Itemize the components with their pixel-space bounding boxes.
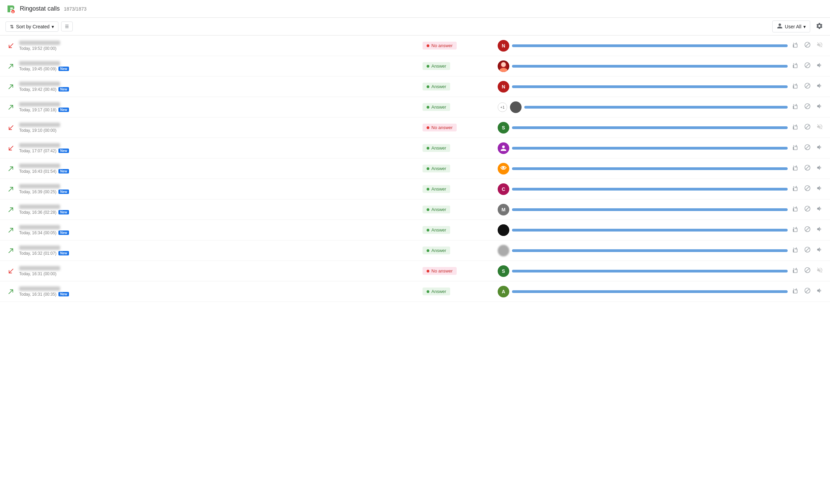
call-time: Today, 19:52 (00:00): [19, 46, 133, 51]
call-status: No answer: [423, 124, 491, 131]
call-info: Today, 16:32 (01:07)New: [16, 246, 133, 256]
speaker-icon[interactable]: [815, 183, 825, 195]
user-select-button[interactable]: User All ▾: [772, 20, 810, 32]
filter-icon: ☰: [65, 24, 69, 29]
call-phone: [19, 41, 60, 45]
call-phone: [19, 61, 60, 66]
call-phone: [19, 184, 60, 188]
call-row: Today, 19:45 (00:09)NewAnswer: [0, 56, 830, 76]
transfer-icon[interactable]: [790, 245, 800, 256]
call-phone: [19, 164, 60, 168]
plus-badge: +1: [498, 102, 507, 112]
speaker-icon[interactable]: [815, 204, 825, 215]
call-agent: A: [491, 286, 788, 297]
speaker-icon[interactable]: [815, 142, 825, 154]
sort-button[interactable]: ⇅ Sort by Created ▾: [5, 22, 58, 32]
call-phone: [19, 123, 60, 127]
agent-avatar: [498, 142, 509, 154]
app-header: R Ringostat calls 1873/1873: [0, 0, 830, 18]
no-user-icon[interactable]: [803, 142, 812, 154]
transfer-icon[interactable]: [790, 60, 800, 72]
new-badge: New: [58, 190, 69, 194]
transfer-icon[interactable]: [790, 142, 800, 154]
call-agent: N: [491, 40, 788, 52]
transfer-icon[interactable]: [790, 40, 800, 51]
call-time: Today, 16:31 (00:35)New: [19, 292, 133, 297]
status-label: Answer: [431, 289, 446, 294]
call-phone: [19, 225, 60, 229]
no-user-icon[interactable]: [803, 60, 812, 72]
no-user-icon[interactable]: [803, 163, 812, 174]
status-label: Answer: [431, 84, 446, 89]
agent-activity-bar: [512, 167, 788, 170]
filter-button[interactable]: ☰: [61, 22, 73, 31]
call-row: Today, 19:17 (00:18)NewAnswer+1: [0, 97, 830, 117]
transfer-icon[interactable]: [790, 81, 800, 92]
mute-icon[interactable]: [815, 265, 825, 277]
call-actions: [790, 142, 825, 154]
no-user-icon[interactable]: [803, 122, 812, 133]
call-actions: [790, 122, 825, 133]
speaker-icon[interactable]: [815, 163, 825, 174]
call-direction-icon: [5, 103, 16, 111]
no-user-icon[interactable]: [803, 40, 812, 51]
speaker-icon[interactable]: [815, 224, 825, 236]
speaker-icon[interactable]: [815, 101, 825, 113]
speaker-icon[interactable]: [815, 81, 825, 92]
call-time: Today, 19:45 (00:09)New: [19, 67, 133, 71]
call-count: 1873/1873: [64, 6, 86, 12]
no-user-icon[interactable]: [803, 183, 812, 195]
app-title: Ringostat calls: [20, 5, 60, 12]
call-direction-icon: [5, 83, 16, 90]
call-direction-icon: [5, 226, 16, 234]
transfer-icon[interactable]: [790, 163, 800, 174]
call-actions: [790, 224, 825, 236]
user-select-label: User All: [785, 24, 801, 29]
calls-list: Today, 19:52 (00:00)No answerNToday, 19:…: [0, 36, 830, 302]
transfer-icon[interactable]: [790, 122, 800, 133]
call-info: Today, 16:43 (01:54)New: [16, 164, 133, 174]
speaker-icon[interactable]: [815, 245, 825, 256]
no-user-icon[interactable]: [803, 245, 812, 256]
no-user-icon[interactable]: [803, 286, 812, 297]
mute-icon[interactable]: [815, 122, 825, 133]
speaker-icon[interactable]: [815, 60, 825, 72]
settings-button[interactable]: [814, 21, 825, 32]
new-badge: New: [58, 251, 69, 255]
no-user-icon[interactable]: [803, 81, 812, 92]
transfer-icon[interactable]: [790, 265, 800, 277]
agent-activity-bar: [512, 126, 788, 129]
call-direction-icon: [5, 185, 16, 193]
call-row: Today, 16:32 (01:07)NewAnswer: [0, 240, 830, 261]
call-actions: [790, 101, 825, 113]
transfer-icon[interactable]: [790, 204, 800, 215]
transfer-icon[interactable]: [790, 183, 800, 195]
speaker-icon[interactable]: [815, 286, 825, 297]
new-badge: New: [58, 87, 69, 92]
call-phone: [19, 286, 60, 291]
call-agent: N: [491, 81, 788, 93]
mute-icon[interactable]: [815, 40, 825, 51]
toolbar: ⇅ Sort by Created ▾ ☰ User All ▾: [0, 18, 830, 36]
no-user-icon[interactable]: [803, 101, 812, 113]
status-dot: [427, 167, 429, 170]
call-status: Answer: [423, 83, 491, 90]
no-user-icon[interactable]: [803, 265, 812, 277]
no-user-icon[interactable]: [803, 204, 812, 215]
new-badge: New: [58, 230, 69, 235]
no-user-icon[interactable]: [803, 224, 812, 236]
status-dot: [427, 208, 429, 211]
svg-point-5: [498, 224, 509, 236]
call-agent: S: [491, 265, 788, 277]
status-dot: [427, 229, 429, 232]
call-direction-icon: [5, 42, 16, 50]
agent-avatar: S: [498, 122, 509, 134]
call-direction-icon: [5, 288, 16, 295]
transfer-icon[interactable]: [790, 224, 800, 236]
transfer-icon[interactable]: [790, 101, 800, 113]
svg-point-3: [501, 62, 506, 67]
agent-avatar: [498, 60, 509, 72]
status-label: Answer: [431, 64, 446, 69]
call-time: Today, 16:31 (00:00): [19, 271, 133, 276]
transfer-icon[interactable]: [790, 286, 800, 297]
